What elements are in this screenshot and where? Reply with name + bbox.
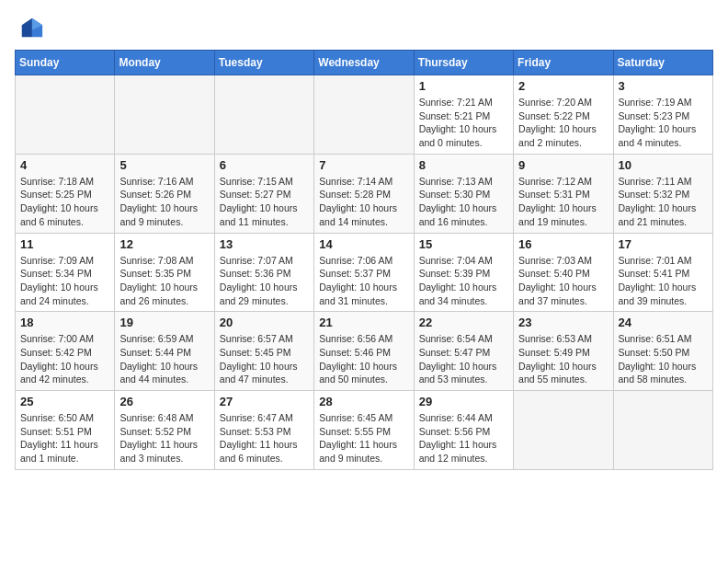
table-row (613, 391, 712, 470)
col-header-sunday: Sunday (16, 51, 115, 75)
table-row: 20Sunrise: 6:57 AMSunset: 5:45 PMDayligh… (214, 312, 313, 391)
day-info: Sunrise: 6:56 AMSunset: 5:46 PMDaylight:… (319, 332, 408, 386)
calendar-week-row: 18Sunrise: 7:00 AMSunset: 5:42 PMDayligh… (16, 312, 713, 391)
calendar-week-row: 1Sunrise: 7:21 AMSunset: 5:21 PMDaylight… (16, 75, 713, 155)
day-info: Sunrise: 6:48 AMSunset: 5:52 PMDaylight:… (119, 411, 209, 465)
table-row: 18Sunrise: 7:00 AMSunset: 5:42 PMDayligh… (16, 312, 115, 391)
day-info: Sunrise: 7:15 AMSunset: 5:27 PMDaylight:… (220, 175, 309, 229)
table-row: 11Sunrise: 7:09 AMSunset: 5:34 PMDayligh… (16, 233, 115, 312)
day-number: 2 (518, 79, 608, 93)
col-header-saturday: Saturday (613, 51, 712, 75)
table-row: 21Sunrise: 6:56 AMSunset: 5:46 PMDayligh… (314, 312, 414, 391)
col-header-tuesday: Tuesday (214, 51, 313, 75)
day-number: 28 (319, 395, 408, 408)
day-info: Sunrise: 6:59 AMSunset: 5:44 PMDaylight:… (119, 332, 209, 386)
table-row: 10Sunrise: 7:11 AMSunset: 5:32 PMDayligh… (613, 154, 712, 233)
day-info: Sunrise: 6:50 AMSunset: 5:51 PMDaylight:… (20, 411, 109, 465)
day-info: Sunrise: 7:08 AMSunset: 5:35 PMDaylight:… (119, 254, 209, 308)
day-info: Sunrise: 6:47 AMSunset: 5:53 PMDaylight:… (220, 411, 309, 465)
day-info: Sunrise: 7:07 AMSunset: 5:36 PMDaylight:… (220, 254, 309, 308)
day-number: 29 (419, 395, 508, 408)
table-row: 1Sunrise: 7:21 AMSunset: 5:21 PMDaylight… (414, 75, 513, 155)
day-number: 13 (220, 237, 309, 251)
table-row: 29Sunrise: 6:44 AMSunset: 5:56 PMDayligh… (414, 391, 513, 470)
table-row: 12Sunrise: 7:08 AMSunset: 5:35 PMDayligh… (115, 233, 214, 312)
table-row (214, 75, 313, 155)
day-number: 21 (319, 316, 408, 329)
day-number: 24 (619, 316, 708, 329)
day-info: Sunrise: 7:01 AMSunset: 5:41 PMDaylight:… (619, 254, 708, 308)
day-number: 12 (119, 237, 209, 251)
calendar-week-row: 11Sunrise: 7:09 AMSunset: 5:34 PMDayligh… (16, 233, 713, 312)
day-number: 3 (619, 79, 708, 93)
table-row (115, 75, 214, 155)
table-row (514, 391, 613, 470)
day-info: Sunrise: 6:53 AMSunset: 5:49 PMDaylight:… (518, 332, 608, 386)
calendar-table: SundayMondayTuesdayWednesdayThursdayFrid… (15, 50, 713, 470)
day-info: Sunrise: 7:18 AMSunset: 5:25 PMDaylight:… (20, 175, 109, 229)
day-number: 1 (419, 79, 508, 93)
col-header-monday: Monday (115, 51, 214, 75)
day-number: 7 (319, 158, 408, 172)
day-number: 9 (518, 158, 608, 172)
day-info: Sunrise: 7:09 AMSunset: 5:34 PMDaylight:… (20, 254, 109, 308)
table-row: 25Sunrise: 6:50 AMSunset: 5:51 PMDayligh… (16, 391, 115, 470)
table-row: 5Sunrise: 7:16 AMSunset: 5:26 PMDaylight… (115, 154, 214, 233)
day-number: 27 (220, 395, 309, 408)
table-row: 7Sunrise: 7:14 AMSunset: 5:28 PMDaylight… (314, 154, 414, 233)
day-info: Sunrise: 7:21 AMSunset: 5:21 PMDaylight:… (419, 96, 508, 150)
table-row: 6Sunrise: 7:15 AMSunset: 5:27 PMDaylight… (214, 154, 313, 233)
day-info: Sunrise: 7:03 AMSunset: 5:40 PMDaylight:… (518, 254, 608, 308)
day-number: 22 (419, 316, 508, 329)
day-info: Sunrise: 6:57 AMSunset: 5:45 PMDaylight:… (220, 332, 309, 386)
day-info: Sunrise: 6:51 AMSunset: 5:50 PMDaylight:… (619, 332, 708, 386)
col-header-friday: Friday (514, 51, 613, 75)
header (15, 15, 713, 40)
day-number: 23 (518, 316, 608, 329)
table-row: 26Sunrise: 6:48 AMSunset: 5:52 PMDayligh… (115, 391, 214, 470)
svg-marker-1 (22, 18, 32, 38)
day-number: 18 (20, 316, 109, 329)
table-row: 14Sunrise: 7:06 AMSunset: 5:37 PMDayligh… (314, 233, 414, 312)
day-number: 20 (220, 316, 309, 329)
table-row: 24Sunrise: 6:51 AMSunset: 5:50 PMDayligh… (613, 312, 712, 391)
day-number: 19 (119, 316, 209, 329)
day-info: Sunrise: 7:14 AMSunset: 5:28 PMDaylight:… (319, 175, 408, 229)
day-info: Sunrise: 7:19 AMSunset: 5:23 PMDaylight:… (619, 96, 708, 150)
day-number: 6 (220, 158, 309, 172)
day-info: Sunrise: 7:16 AMSunset: 5:26 PMDaylight:… (119, 175, 209, 229)
col-header-wednesday: Wednesday (314, 51, 414, 75)
day-number: 14 (319, 237, 408, 251)
day-info: Sunrise: 7:06 AMSunset: 5:37 PMDaylight:… (319, 254, 408, 308)
table-row: 15Sunrise: 7:04 AMSunset: 5:39 PMDayligh… (414, 233, 513, 312)
table-row: 23Sunrise: 6:53 AMSunset: 5:49 PMDayligh… (514, 312, 613, 391)
day-info: Sunrise: 6:54 AMSunset: 5:47 PMDaylight:… (419, 332, 508, 386)
table-row: 13Sunrise: 7:07 AMSunset: 5:36 PMDayligh… (214, 233, 313, 312)
day-info: Sunrise: 7:13 AMSunset: 5:30 PMDaylight:… (419, 175, 508, 229)
table-row: 16Sunrise: 7:03 AMSunset: 5:40 PMDayligh… (514, 233, 613, 312)
day-info: Sunrise: 7:00 AMSunset: 5:42 PMDaylight:… (20, 332, 109, 386)
day-number: 15 (419, 237, 508, 251)
day-number: 25 (20, 395, 109, 408)
table-row: 19Sunrise: 6:59 AMSunset: 5:44 PMDayligh… (115, 312, 214, 391)
day-number: 10 (619, 158, 708, 172)
day-info: Sunrise: 7:04 AMSunset: 5:39 PMDaylight:… (419, 254, 508, 308)
table-row: 17Sunrise: 7:01 AMSunset: 5:41 PMDayligh… (613, 233, 712, 312)
day-number: 17 (619, 237, 708, 251)
day-number: 8 (419, 158, 508, 172)
table-row: 8Sunrise: 7:13 AMSunset: 5:30 PMDaylight… (414, 154, 513, 233)
day-number: 4 (20, 158, 109, 172)
table-row (314, 75, 414, 155)
day-number: 5 (119, 158, 209, 172)
table-row: 9Sunrise: 7:12 AMSunset: 5:31 PMDaylight… (514, 154, 613, 233)
table-row: 22Sunrise: 6:54 AMSunset: 5:47 PMDayligh… (414, 312, 513, 391)
table-row: 28Sunrise: 6:45 AMSunset: 5:55 PMDayligh… (314, 391, 414, 470)
table-row (16, 75, 115, 155)
calendar-week-row: 25Sunrise: 6:50 AMSunset: 5:51 PMDayligh… (16, 391, 713, 470)
day-info: Sunrise: 6:45 AMSunset: 5:55 PMDaylight:… (319, 411, 408, 465)
day-info: Sunrise: 7:11 AMSunset: 5:32 PMDaylight:… (619, 175, 708, 229)
table-row: 3Sunrise: 7:19 AMSunset: 5:23 PMDaylight… (613, 75, 712, 155)
table-row: 2Sunrise: 7:20 AMSunset: 5:22 PMDaylight… (514, 75, 613, 155)
calendar-week-row: 4Sunrise: 7:18 AMSunset: 5:25 PMDaylight… (16, 154, 713, 233)
table-row: 4Sunrise: 7:18 AMSunset: 5:25 PMDaylight… (16, 154, 115, 233)
